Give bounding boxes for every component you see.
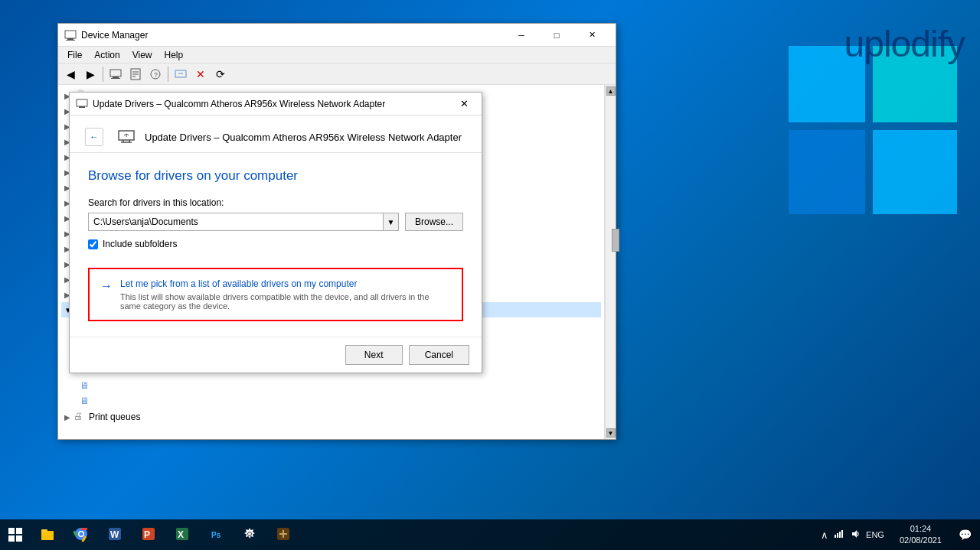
path-input[interactable] [89,213,383,230]
taskbar-right: ∧ ENG 01:24 [816,519,980,550]
svg-rect-32 [41,529,47,532]
svg-text:Ps: Ps [211,531,221,539]
network-icon[interactable] [832,529,846,542]
taskbar-powerpoint[interactable]: P [132,519,165,550]
dialog-close-button[interactable]: ✕ [452,93,475,116]
svg-rect-4 [65,31,76,38]
taskbar-apps: W P X Ps [31,519,300,550]
dialog-icon [76,98,88,110]
toolbar: ◀ ▶ ? [58,63,616,85]
chrome-icon [74,526,89,542]
taskbar-settings[interactable] [233,519,266,550]
tree-item-print-queues[interactable]: ▶ 🖨 Print queues [61,409,601,425]
taskbar-word[interactable]: W [98,519,132,550]
update-drivers-dialog: Update Drivers – Qualcomm Atheros AR956x… [69,92,482,373]
brand-text: uplodify [844,23,965,65]
notification-area: ∧ ENG [816,529,889,542]
next-button[interactable]: Next [345,345,403,365]
path-dropdown-btn[interactable]: ▼ [383,213,398,230]
file-explorer-icon [40,526,55,542]
tool-icon [276,526,291,542]
remove-btn[interactable]: ✕ [191,65,210,83]
svg-rect-52 [835,535,836,538]
tree-item[interactable]: 🖥 [61,379,601,394]
volume-icon[interactable] [848,529,862,542]
svg-rect-53 [837,533,838,538]
properties-btn[interactable] [126,65,145,83]
device-manager-icon [64,29,77,41]
taskbar-file-explorer[interactable] [31,519,64,550]
taskbar-tool[interactable] [266,519,300,550]
dialog-body: Browse for drivers on your computer Sear… [70,153,482,337]
menu-help[interactable]: Help [158,48,190,62]
help-toolbar-btn[interactable]: ? [146,65,165,83]
pick-from-list-option[interactable]: → Let me pick from a list of available d… [88,268,463,321]
svg-rect-19 [79,106,85,108]
dialog-back-button[interactable]: ← [85,128,103,146]
clock-date: 02/08/2021 [900,535,942,546]
dialog-header-title: Update Drivers – Qualcomm Atheros AR956x… [145,132,462,143]
svg-text:W: W [110,529,119,540]
notification-center-button[interactable]: 💬 [952,519,977,550]
svg-rect-9 [111,78,120,79]
taskbar: W P X Ps [0,519,980,550]
browse-button[interactable]: Browse... [405,213,463,231]
tree-item[interactable]: 🖥 [61,394,601,409]
svg-rect-5 [67,38,74,40]
menu-bar: File Action View Help [58,47,616,63]
svg-rect-55 [841,530,843,538]
refresh-btn[interactable]: ⟳ [211,65,230,83]
svg-rect-6 [66,40,75,41]
include-subfolders-row: Include subfolders [88,239,463,249]
vertical-scrollbar[interactable]: ▲ ▼ [605,85,616,439]
dialog-header: ← Update Drivers – Qualcomm Atheros AR95… [70,116,482,153]
svg-rect-7 [110,70,121,76]
minimize-button[interactable]: ─ [504,24,539,47]
dialog-title: Update Drivers – Qualcomm Atheros AR956x… [93,99,452,109]
svg-text:X: X [178,529,184,540]
close-button[interactable]: ✕ [574,24,609,47]
back-toolbar-btn[interactable]: ◀ [61,65,80,83]
toolbar-separator-1 [103,67,103,82]
menu-action[interactable]: Action [88,48,126,62]
menu-file[interactable]: File [61,48,88,62]
dialog-footer: Next Cancel [70,337,482,373]
svg-point-35 [80,532,83,536]
svg-marker-56 [852,530,857,538]
cancel-button[interactable]: Cancel [409,345,469,365]
photoshop-icon: Ps [208,526,224,542]
device-manager-title: Device Manager [81,30,504,41]
settings-icon [242,526,257,542]
network-btn[interactable] [172,65,190,83]
svg-rect-30 [16,535,22,542]
svg-rect-29 [8,535,15,542]
taskbar-clock[interactable]: 01:24 02/08/2021 [893,523,948,547]
forward-toolbar-btn[interactable]: ▶ [81,65,100,83]
scroll-down-btn[interactable]: ▼ [606,428,616,438]
svg-rect-27 [8,528,15,534]
start-button[interactable] [0,519,31,550]
pick-option-arrow-icon: → [100,279,113,293]
powerpoint-icon: P [141,526,156,542]
pick-option-description: This list will show available drivers co… [120,292,451,311]
taskbar-excel[interactable]: X [165,519,199,550]
scroll-up-btn[interactable]: ▲ [606,86,616,96]
browse-title: Browse for drivers on your computer [88,168,463,184]
pick-option-title[interactable]: Let me pick from a list of available dri… [120,278,451,289]
maximize-button[interactable]: □ [539,24,574,47]
volume-status-icon [850,529,861,539]
network-adapter-icon [117,128,136,146]
computer-btn[interactable] [106,65,125,83]
include-subfolders-checkbox[interactable] [88,239,98,249]
taskbar-photoshop[interactable]: Ps [199,519,233,550]
show-hidden-icons[interactable]: ∧ [819,529,830,541]
language-indicator[interactable]: ENG [864,530,886,539]
scroll-thumb[interactable] [612,229,619,252]
include-subfolders-label[interactable]: Include subfolders [103,239,177,249]
menu-view[interactable]: View [126,48,158,62]
svg-rect-36 [81,528,87,530]
clock-time: 01:24 [910,523,932,535]
svg-rect-18 [77,99,87,106]
taskbar-chrome[interactable] [64,519,98,550]
word-icon: W [107,526,122,542]
